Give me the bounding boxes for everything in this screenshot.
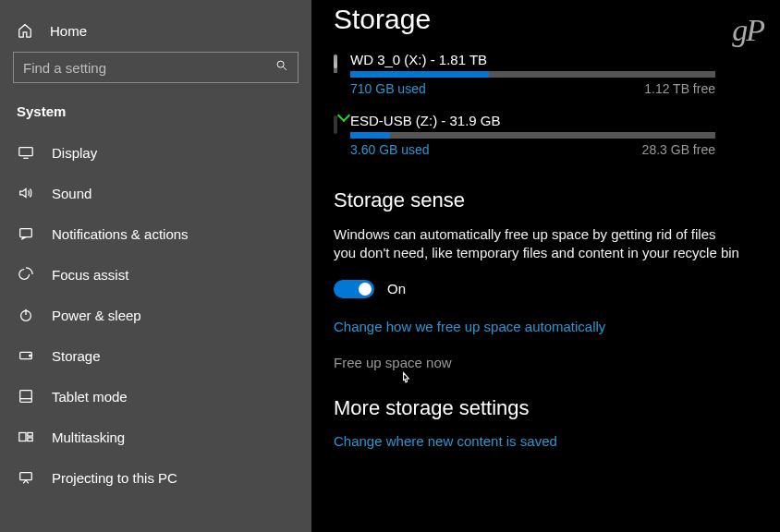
sidebar: Home System Display Sound Notifications …	[0, 0, 311, 532]
sidebar-item-notifications[interactable]: Notifications & actions	[0, 213, 311, 254]
focus-assist-icon	[17, 265, 35, 284]
sidebar-item-label: Power & sleep	[52, 308, 141, 323]
drive-usb-icon	[334, 115, 337, 134]
sidebar-item-power-sleep[interactable]: Power & sleep	[0, 295, 311, 335]
notifications-icon	[17, 224, 35, 243]
sidebar-item-label: Tablet mode	[52, 389, 128, 405]
sidebar-item-tablet-mode[interactable]: Tablet mode	[0, 376, 311, 417]
svg-rect-4	[20, 229, 32, 237]
cursor-pointer-icon	[398, 371, 413, 390]
sidebar-item-focus-assist[interactable]: Focus assist	[0, 254, 311, 295]
search-wrap	[0, 52, 311, 96]
drive-usage-bar	[350, 132, 715, 139]
drive-usage-fill	[350, 132, 390, 139]
drive-list: WD 3_0 (X:) - 1.81 TB 710 GB used 1.12 T…	[334, 52, 780, 157]
home-icon	[17, 22, 33, 39]
sidebar-item-label: Notifications & actions	[52, 226, 189, 242]
sound-icon	[17, 184, 35, 202]
drive-free: 28.3 GB free	[642, 142, 715, 157]
drive-used[interactable]: 710 GB used	[350, 81, 426, 96]
search-input[interactable]	[23, 60, 262, 76]
sidebar-item-sound[interactable]: Sound	[0, 173, 311, 213]
sidebar-item-label: Focus assist	[52, 267, 128, 283]
drive-info: WD 3_0 (X:) - 1.81 TB 710 GB used 1.12 T…	[350, 52, 780, 96]
storage-sense-toggle[interactable]	[334, 280, 374, 298]
svg-line-1	[283, 66, 286, 70]
sidebar-item-label: Sound	[52, 186, 91, 201]
page-title: Storage	[334, 4, 780, 35]
svg-rect-2	[19, 148, 32, 156]
sidebar-item-label: Multitasking	[52, 429, 125, 445]
sidebar-item-multitasking[interactable]: Multitasking	[0, 417, 311, 457]
sidebar-item-display[interactable]: Display	[0, 132, 311, 173]
home-label: Home	[50, 23, 87, 39]
drive-name: ESD-USB (Z:) - 31.9 GB	[350, 113, 715, 128]
sidebar-item-projecting[interactable]: Projecting to this PC	[0, 457, 311, 498]
drive-stats: 3.60 GB used 28.3 GB free	[350, 142, 715, 157]
tablet-icon	[17, 387, 35, 405]
drive-stats: 710 GB used 1.12 TB free	[350, 81, 715, 96]
svg-rect-11	[19, 433, 26, 441]
link-change-free-up[interactable]: Change how we free up space automaticall…	[334, 319, 780, 334]
svg-point-0	[277, 61, 284, 67]
storage-sense-desc: Windows can automatically free up space …	[334, 225, 740, 263]
toggle-knob	[359, 283, 372, 296]
storage-sense-heading: Storage sense	[334, 188, 780, 212]
drive-name: WD 3_0 (X:) - 1.81 TB	[350, 52, 715, 67]
sidebar-item-storage[interactable]: Storage	[0, 335, 311, 376]
link-free-up-now[interactable]: Free up space now	[334, 355, 780, 370]
drive-usage-bar	[350, 71, 715, 78]
drive-item[interactable]: WD 3_0 (X:) - 1.81 TB 710 GB used 1.12 T…	[334, 52, 780, 96]
section-label-system: System	[0, 96, 311, 132]
sidebar-item-label: Projecting to this PC	[52, 470, 177, 486]
sidebar-item-label: Display	[52, 145, 97, 161]
main-content: Storage WD 3_0 (X:) - 1.81 TB 710 GB use…	[311, 0, 780, 532]
link-new-content-saved[interactable]: Change where new content is saved	[334, 433, 780, 449]
display-icon	[17, 143, 35, 162]
link-free-up-now-label: Free up space now	[334, 355, 452, 370]
sidebar-item-label: Storage	[52, 348, 101, 364]
svg-point-8	[30, 355, 31, 357]
svg-rect-9	[20, 391, 32, 403]
drive-free: 1.12 TB free	[644, 81, 715, 96]
drive-info: ESD-USB (Z:) - 31.9 GB 3.60 GB used 28.3…	[350, 113, 780, 157]
drive-hdd-icon	[334, 54, 337, 73]
multitasking-icon	[17, 428, 35, 446]
svg-rect-12	[28, 433, 32, 437]
search-icon	[275, 59, 288, 76]
search-box[interactable]	[13, 52, 299, 83]
more-storage-heading: More storage settings	[334, 396, 780, 420]
drive-usage-fill	[350, 71, 489, 78]
nav-list: Display Sound Notifications & actions Fo…	[0, 132, 311, 498]
drive-item[interactable]: ESD-USB (Z:) - 31.9 GB 3.60 GB used 28.3…	[334, 113, 780, 157]
toggle-state-label: On	[387, 281, 406, 296]
power-icon	[17, 306, 35, 324]
svg-rect-13	[28, 438, 32, 441]
drive-used[interactable]: 3.60 GB used	[350, 142, 430, 157]
storage-sense-toggle-row: On	[334, 280, 780, 298]
projecting-icon	[17, 468, 35, 487]
storage-icon	[17, 346, 35, 365]
watermark: gP	[732, 13, 763, 48]
svg-rect-14	[20, 473, 32, 480]
home-button[interactable]: Home	[0, 17, 311, 52]
